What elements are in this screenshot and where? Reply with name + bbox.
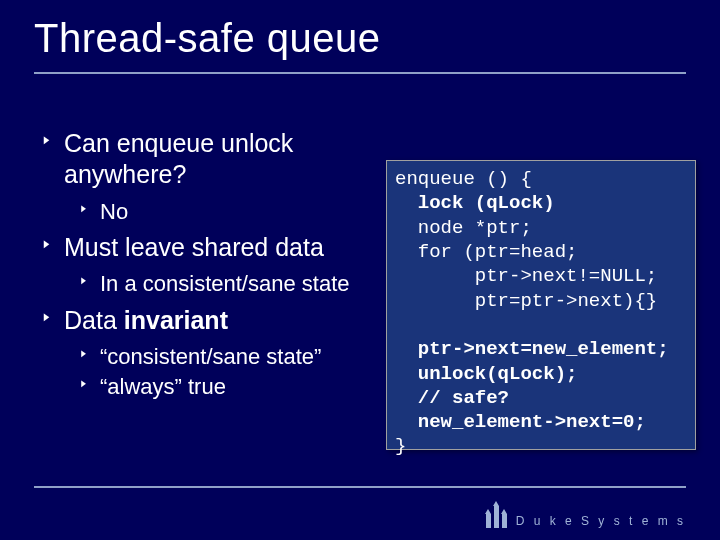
title-divider [34, 72, 686, 74]
footer-brand-text: D u k e S y s t e m s [516, 514, 686, 528]
code-l12: } [395, 435, 406, 457]
slide-title: Thread-safe queue [34, 16, 381, 61]
code-l11: new_element->next=0; [395, 411, 646, 433]
bullet-3-pre: Data [64, 306, 124, 334]
bullet-1-text: Can enqueue unlock anywhere? [64, 129, 293, 188]
bullet-2-text: Must leave shared data [64, 233, 324, 261]
code-l2: lock (qLock) [395, 192, 555, 214]
bullet-3-1: “consistent/sane state” [78, 342, 400, 372]
bullet-2: Must leave shared data In a consistent/s… [40, 232, 400, 299]
code-l4: for (ptr=head; [395, 241, 577, 263]
code-l3: node *ptr; [395, 217, 532, 239]
code-l6: ptr=ptr->next){} [395, 290, 657, 312]
code-panel: enqueue () { lock (qLock) node *ptr; for… [386, 160, 696, 450]
duke-chapel-icon [486, 498, 508, 528]
footer-logo: D u k e S y s t e m s [486, 498, 686, 528]
bullet-1: Can enqueue unlock anywhere? No [40, 128, 400, 226]
code-l8: ptr->next=new_element; [395, 338, 669, 360]
code-l1: enqueue () { [395, 168, 532, 190]
bullet-content: Can enqueue unlock anywhere? No Must lea… [40, 128, 400, 408]
bullet-3-bold: invariant [124, 306, 228, 334]
code-l9: unlock(qLock); [395, 363, 577, 385]
code-l10: // safe? [395, 387, 509, 409]
bullet-1-1: No [78, 197, 400, 227]
slide: Thread-safe queue Can enqueue unlock any… [0, 0, 720, 540]
bullet-2-1: In a consistent/sane state [78, 269, 400, 299]
bullet-3-2: “always” true [78, 372, 400, 402]
bullet-3: Data invariant “consistent/sane state” “… [40, 305, 400, 402]
code-l5: ptr->next!=NULL; [395, 265, 657, 287]
footer-divider [34, 486, 686, 488]
